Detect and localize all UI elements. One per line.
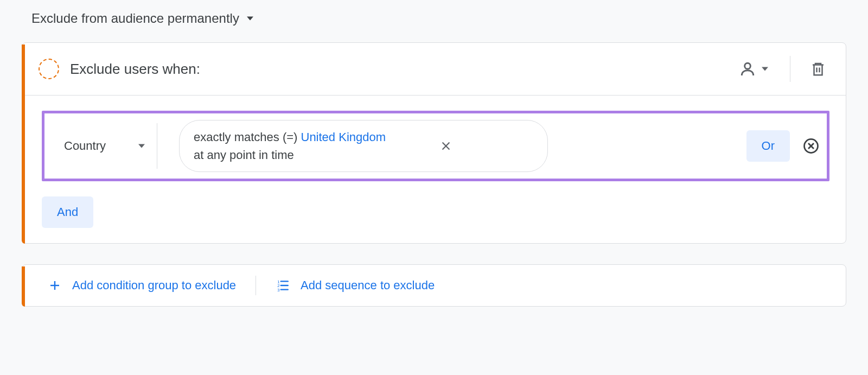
plus-icon — [48, 279, 61, 292]
condition-pill[interactable]: exactly matches (=) United Kingdom at an… — [179, 120, 548, 172]
trash-icon — [810, 61, 826, 77]
caret-down-icon — [138, 144, 145, 148]
dimension-select[interactable]: Country — [52, 127, 157, 165]
exclude-panel: Exclude users when: — [22, 42, 846, 244]
operator-text: exactly matches (=) — [194, 130, 301, 144]
and-label: And — [57, 205, 78, 219]
panel-title: Exclude users when: — [70, 61, 733, 78]
exclude-indicator-icon — [39, 59, 59, 79]
remove-condition-button[interactable] — [803, 138, 819, 154]
caret-down-icon — [762, 67, 768, 71]
add-condition-group-button[interactable]: Add condition group to exclude — [48, 278, 236, 293]
condition-text: exactly matches (=) United Kingdom at an… — [194, 128, 386, 164]
action-panel: Add condition group to exclude 1 2 3 Add… — [22, 264, 846, 307]
exclude-mode-dropdown[interactable]: Exclude from audience permanently — [31, 11, 846, 26]
panel-header: Exclude users when: — [22, 43, 846, 96]
close-circle-icon — [803, 138, 819, 154]
dimension-label: Country — [64, 139, 106, 153]
clear-condition-button[interactable] — [440, 140, 452, 152]
close-icon — [440, 140, 452, 152]
header-controls — [733, 56, 829, 82]
caret-down-icon — [247, 16, 253, 21]
add-condition-group-label: Add condition group to exclude — [72, 278, 236, 293]
or-button[interactable]: Or — [746, 130, 790, 162]
condition-value: United Kingdom — [301, 130, 386, 144]
svg-point-0 — [745, 63, 751, 69]
delete-button[interactable] — [807, 58, 829, 80]
panel-body: Country exactly matches (=) United Kingd… — [22, 96, 846, 243]
person-icon — [739, 60, 756, 78]
divider — [157, 123, 157, 169]
add-sequence-button[interactable]: 1 2 3 Add sequence to exclude — [276, 278, 435, 293]
svg-text:3: 3 — [277, 288, 279, 293]
and-button[interactable]: And — [42, 196, 93, 228]
condition-row: Country exactly matches (=) United Kingd… — [42, 111, 829, 181]
sequence-icon: 1 2 3 — [276, 278, 290, 293]
time-scope-text: at any point in time — [194, 148, 294, 162]
or-label: Or — [762, 139, 775, 152]
divider — [256, 276, 256, 295]
scope-dropdown[interactable] — [733, 57, 774, 81]
exclude-mode-label: Exclude from audience permanently — [31, 11, 239, 26]
action-bar: Add condition group to exclude 1 2 3 Add… — [22, 265, 846, 306]
divider — [790, 56, 790, 82]
add-sequence-label: Add sequence to exclude — [301, 278, 435, 293]
